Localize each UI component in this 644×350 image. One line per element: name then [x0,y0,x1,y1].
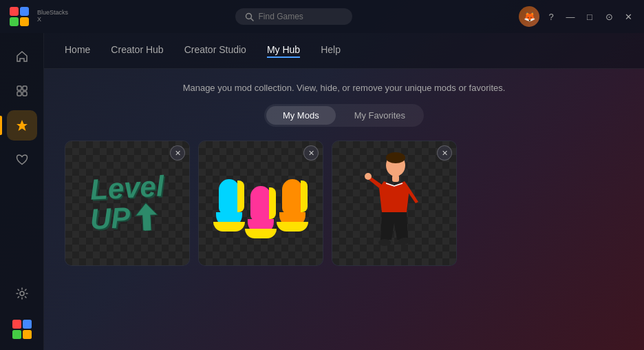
svg-rect-23 [392,175,399,182]
nav-tabs: Home Creator Hub Creator Studio My Hub H… [44,33,644,69]
sidebar-item-pinned[interactable] [7,110,37,141]
svg-rect-7 [23,86,27,90]
minimize-button[interactable]: — [563,9,578,24]
home-icon [15,50,29,63]
svg-rect-2 [10,17,19,26]
mods-grid: Level UP ✕ [65,141,623,266]
tab-my-hub[interactable]: My Hub [267,44,300,58]
arrow-up-icon [133,201,160,233]
fp-cyan-bottom [216,212,242,227]
fp-orange-bot-outline [277,222,308,231]
apps-icon [15,84,29,98]
settings-icon [15,287,29,300]
content-main: Manage you mod collection. View, hide, o… [44,69,644,350]
mod-card-content-3 [332,141,456,265]
mod-remove-btn-1[interactable]: ✕ [170,145,185,161]
svg-point-20 [378,239,391,246]
mod-card-content-1: Level UP [65,141,189,265]
app-name: BlueStacks X [37,10,68,23]
search-bar[interactable] [235,8,352,25]
svg-rect-13 [23,320,32,329]
fp-orange-bottom [279,212,305,227]
help-button[interactable]: ? [544,9,559,24]
mod-remove-btn-3[interactable]: ✕ [437,145,452,161]
settings-button[interactable]: ⊙ [601,9,616,24]
fp-pink-bottom [248,219,274,234]
sub-tabs: My Mods My Favorites [264,104,424,127]
tab-creator-studio[interactable]: Creator Studio [184,44,246,58]
fp-orange-side [301,181,308,212]
tab-home[interactable]: Home [65,44,90,58]
bluestacks-gem-logo [10,317,34,342]
mod-card-content-2 [199,141,323,265]
gem-icon [10,317,34,342]
mod-remove-btn-2[interactable]: ✕ [303,145,319,161]
fp-cyan-top [219,179,239,214]
fp-pink-side [269,187,276,219]
fp-orange-top [282,179,303,214]
fp-pink-bot-outline [245,229,277,238]
svg-rect-15 [23,330,32,339]
tab-help[interactable]: Help [321,44,341,58]
svg-rect-8 [17,92,21,96]
svg-point-19 [386,152,405,163]
person-figure [353,150,436,257]
active-bar [0,116,2,135]
sidebar [0,33,44,350]
footprint-pink [248,186,274,234]
subtab-my-favorites[interactable]: My Favorites [338,106,422,125]
svg-rect-17 [144,226,150,230]
fp-pink-top [250,186,271,220]
subtab-my-mods[interactable]: My Mods [266,106,336,125]
footprint-orange [279,179,305,227]
up-text: UP [89,200,165,235]
page-description: Manage you mod collection. View, hide, o… [65,83,623,93]
title-bar-right: 🦊 ? — □ ⊙ ✕ [519,6,636,27]
level-up-display: Level UP [90,174,164,233]
content-area: Home Creator Hub Creator Studio My Hub H… [44,33,644,350]
heart-icon [15,153,29,167]
close-button[interactable]: ✕ [621,9,636,24]
svg-rect-9 [23,92,27,96]
footprint-cyan [216,179,242,227]
tab-creator-hub[interactable]: Creator Hub [111,44,163,58]
level-text: Level [89,172,164,205]
search-input[interactable] [259,12,341,21]
fp-cyan-side [237,181,244,212]
sidebar-item-home[interactable] [7,41,37,72]
mod-card-2[interactable]: ✕ [198,141,323,266]
pin-icon [15,119,29,132]
fp-cyan-bot-outline [213,222,245,231]
svg-point-22 [365,173,372,180]
sidebar-item-favorites[interactable] [7,145,37,175]
search-icon [245,12,254,21]
mod-card-1[interactable]: Level UP ✕ [65,141,190,266]
mod-card-3[interactable]: ✕ [332,141,457,266]
svg-rect-1 [20,7,29,16]
title-bar-left: BlueStacks X [8,6,68,28]
avatar[interactable]: 🦊 [519,6,539,27]
maximize-button[interactable]: □ [582,9,597,24]
svg-line-5 [250,18,253,21]
avatar-emoji: 🦊 [524,11,535,22]
svg-point-10 [20,291,24,296]
svg-rect-6 [17,86,21,90]
sidebar-bottom [7,278,37,342]
sidebar-item-settings[interactable] [7,278,37,309]
sidebar-item-apps[interactable] [7,76,37,106]
main-layout: Home Creator Hub Creator Studio My Hub H… [0,33,644,350]
svg-rect-3 [20,17,29,26]
svg-rect-0 [10,7,19,16]
bluestacks-logo-icon [8,6,30,28]
svg-rect-14 [12,330,21,339]
svg-rect-12 [12,320,21,329]
title-bar: BlueStacks X 🦊 ? — □ ⊙ ✕ [0,0,644,33]
